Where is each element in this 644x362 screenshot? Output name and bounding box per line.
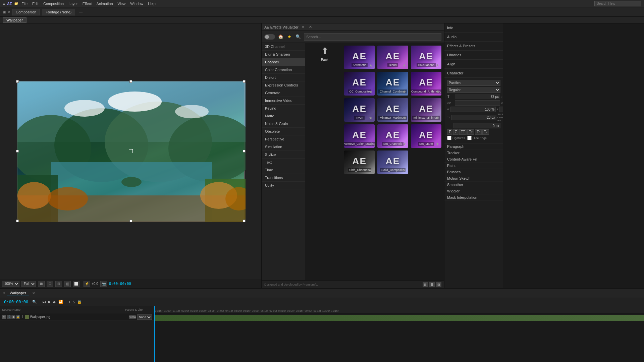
star-button-set-matte[interactable]: ★	[436, 142, 439, 146]
play-btn[interactable]: ▶	[47, 300, 51, 304]
star-button-arithmetic[interactable]: ★	[369, 63, 373, 68]
visibility-icon[interactable]: 👁	[2, 315, 6, 319]
menu-view[interactable]: View	[118, 2, 126, 6]
star-button-cc-composite[interactable]: ★	[369, 89, 373, 94]
font-family-select[interactable]: Pacifico	[447, 80, 500, 86]
libraries-label[interactable]: Libraries	[447, 52, 500, 58]
sub-btn[interactable]: T₂	[482, 129, 489, 135]
category-item-color-correction[interactable]: Color Correction	[262, 66, 305, 74]
parent-select[interactable]: None	[137, 314, 152, 320]
motion-sketch-item[interactable]: Motion Sketch	[444, 175, 503, 182]
handle-top-right[interactable]	[243, 80, 246, 83]
star-button-blend[interactable]: ★	[402, 63, 406, 68]
category-item-obsolete[interactable]: Obsolete	[262, 128, 305, 135]
uppercase-btn[interactable]: TT	[459, 129, 467, 135]
solo-btn[interactable]: S	[72, 300, 76, 304]
transparency-btn[interactable]: ▥	[64, 281, 71, 287]
layer-mode-icon[interactable]: Normal	[129, 315, 136, 319]
star-button-calculations[interactable]: ★	[436, 63, 439, 68]
font-style-select[interactable]: Regular	[447, 87, 500, 93]
menu-window[interactable]: Window	[130, 2, 143, 6]
star-button-compound-arithmetic[interactable]: ★	[436, 89, 439, 94]
paragraph-item[interactable]: Paragraph	[444, 143, 503, 150]
star-button-minimax-minimum[interactable]: ★	[436, 116, 439, 120]
character-label[interactable]: Character	[447, 70, 500, 76]
effect-card-calculations[interactable]: AECalculations★	[411, 46, 441, 69]
zoom-select[interactable]: 100%	[2, 281, 19, 287]
effect-card-invert[interactable]: AEInvert★	[344, 98, 375, 122]
effect-card-set-channels[interactable]: AESet_Channels★	[377, 124, 408, 148]
effect-card-channel-combiner[interactable]: AEChannel_Combiner★	[377, 72, 408, 95]
baseline-input[interactable]	[451, 115, 496, 120]
category-item-expression-controls[interactable]: Expression Controls	[262, 81, 305, 89]
category-item-channel[interactable]: Channel	[262, 58, 305, 66]
search-tl-btn[interactable]: 🔍	[32, 300, 38, 304]
menu-layer[interactable]: Layer	[68, 2, 78, 6]
effect-card-arithmetic[interactable]: AEArithmetic★	[344, 46, 375, 69]
panel-menu-icon[interactable]: ≡	[301, 24, 306, 30]
handle-bot-mid[interactable]	[129, 220, 132, 222]
safe-zones-btn[interactable]: ⊡	[47, 281, 53, 287]
category-item-transitions[interactable]: Transitions	[262, 174, 305, 182]
category-item-distort[interactable]: Distort	[262, 74, 305, 81]
handle-bot-right[interactable]	[243, 220, 246, 222]
region-btn[interactable]: ⬜	[73, 281, 79, 287]
vert-scale-input[interactable]	[450, 107, 496, 112]
wiggler-item[interactable]: Wiggler	[444, 188, 503, 194]
horiz-scale-input[interactable]	[499, 107, 503, 112]
menu-edit[interactable]: Edit	[32, 2, 39, 6]
effect-card-compound-arithmetic[interactable]: AECompound_Arithmetic★	[411, 72, 441, 95]
toggle-btn[interactable]	[264, 34, 275, 40]
star-button-solid-composite[interactable]: ★	[402, 168, 406, 173]
info-label[interactable]: Info	[447, 25, 500, 31]
star-button-shift-channels[interactable]: ★	[369, 168, 373, 173]
timeline-tab-close[interactable]: ✕	[32, 291, 35, 295]
category-item-noise-grain[interactable]: Noise & Grain	[262, 120, 305, 128]
fast-preview-btn[interactable]: ⚡	[84, 281, 90, 287]
category-item-3d-channel[interactable]: 3D Channel	[262, 43, 305, 51]
help-search-input[interactable]	[594, 1, 641, 6]
home-icon[interactable]: 🏠	[278, 34, 284, 40]
star-button-minimax-maximum[interactable]: ★	[402, 116, 406, 120]
handle-mid-left[interactable]	[16, 150, 19, 153]
prev-frame-btn[interactable]: ⏮	[42, 300, 47, 304]
category-item-text[interactable]: Text	[262, 159, 305, 166]
star-button-set-channels[interactable]: ★	[402, 142, 406, 146]
handle-top-mid[interactable]	[129, 80, 132, 83]
large-grid-view-btn[interactable]: ⊟	[436, 282, 441, 287]
snapshot-btn[interactable]: 📷	[100, 281, 107, 287]
menu-animation[interactable]: Animation	[97, 2, 113, 6]
paint-item[interactable]: Paint	[444, 163, 503, 169]
category-item-simulation[interactable]: Simulation	[262, 143, 305, 151]
star-button-invert[interactable]: ★	[369, 116, 373, 120]
effect-card-solid-composite[interactable]: AESolid_Composite★	[377, 150, 408, 174]
effect-card-blend[interactable]: AEBlend★	[377, 46, 408, 69]
menu-help[interactable]: Help	[148, 2, 156, 6]
solo-icon[interactable]: ◉	[11, 315, 15, 319]
search-icon-toolbar[interactable]: 🔍	[295, 34, 301, 40]
tracking-input[interactable]	[455, 100, 500, 106]
brushes-item[interactable]: Brushes	[444, 169, 503, 175]
handle-bot-left[interactable]	[16, 220, 19, 222]
category-item-matte[interactable]: Matte	[262, 112, 305, 120]
footage-tab[interactable]: Footage (None)	[42, 9, 75, 15]
ligatures-check[interactable]	[447, 136, 451, 140]
layer-track-1[interactable]	[154, 315, 644, 321]
guides-btn[interactable]: ⊟	[55, 281, 62, 287]
stroke-input[interactable]	[453, 123, 500, 128]
panel-close-icon[interactable]: ✕	[308, 24, 313, 30]
content-aware-fill-item[interactable]: Content-Aware Fill	[444, 156, 503, 163]
category-item-keying[interactable]: Keying	[262, 105, 305, 112]
audio-label[interactable]: Audio	[447, 34, 500, 40]
tracker-item[interactable]: Tracker	[444, 150, 503, 156]
category-item-utility[interactable]: Utility	[262, 182, 305, 189]
handle-top-left[interactable]	[16, 80, 19, 83]
category-item-stylize[interactable]: Stylize	[262, 151, 305, 159]
menu-effect[interactable]: Effect	[83, 2, 92, 6]
category-item-time[interactable]: Time	[262, 166, 305, 174]
star-button-remove-color-matting[interactable]: ★	[369, 142, 373, 146]
smoother-item[interactable]: Smoother	[444, 182, 503, 188]
hide-edge-check[interactable]	[467, 136, 472, 140]
back-button[interactable]: ⬆ Back	[308, 46, 341, 62]
grid-view-btn[interactable]: ⊞	[423, 282, 428, 287]
